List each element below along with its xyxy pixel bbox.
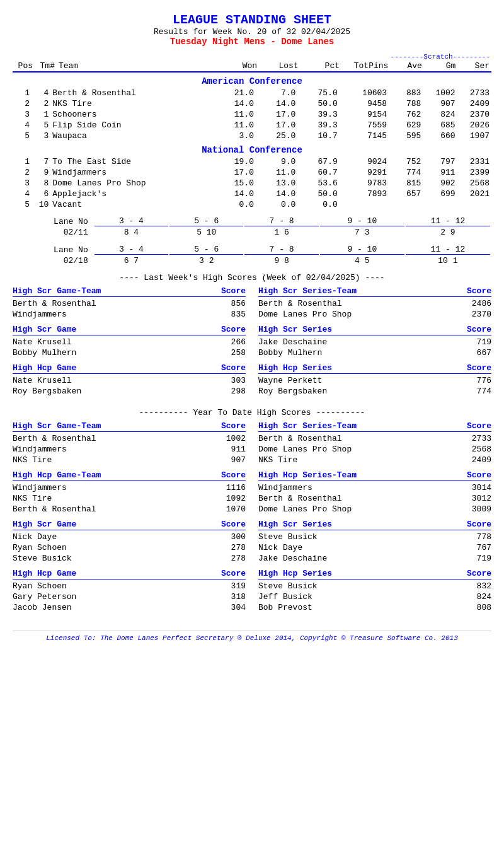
- player-score: 1116: [226, 483, 246, 492]
- pos-cell: 2: [13, 98, 32, 109]
- list-item: Berth & Rosenthal1070: [13, 504, 246, 515]
- score-category: High Hcp Game-TeamScoreWindjammers1116NK…: [13, 470, 246, 515]
- won-cell: 11.0: [210, 109, 256, 120]
- lost-cell: 7.0: [256, 88, 297, 98]
- ave-cell: 595: [389, 131, 423, 141]
- lane-val-2-1: 6 7: [94, 256, 168, 265]
- team-cell: Berth & Rosenthal: [50, 88, 210, 98]
- team-cell: Waupaca: [50, 131, 210, 141]
- score-category-title: High Hcp SeriesScore: [258, 363, 491, 374]
- player-score: 3012: [472, 494, 491, 503]
- ave-cell: 788: [389, 98, 423, 109]
- pct-cell: 10.7: [297, 131, 339, 141]
- col-pos: Pos: [13, 61, 35, 72]
- player-score: 319: [231, 581, 246, 591]
- lane-val-2-5: 10 1: [406, 256, 490, 265]
- pos-cell: 4: [13, 120, 32, 131]
- team-cell: Windjammers: [50, 167, 210, 178]
- score-category-title: High Hcp SeriesScore: [258, 569, 491, 579]
- gm-cell: 907: [423, 98, 457, 109]
- list-item: Nate Krusell266: [13, 337, 246, 347]
- table-row: 4 6 Applejack's 14.0 14.0 50.0 7893 657 …: [13, 189, 491, 199]
- player-name: Jake Deschaine: [258, 337, 327, 347]
- score-category: High Scr GameScoreNick Daye300Ryan Schoe…: [13, 520, 246, 564]
- ser-cell: 2399: [457, 167, 491, 178]
- ytd-scores-grid: High Scr Game-TeamScoreBerth & Rosenthal…: [13, 421, 491, 618]
- totpins-cell: 9154: [340, 109, 389, 120]
- col-pct: Pct: [301, 61, 341, 72]
- player-name: Wayne Perkett: [258, 376, 322, 385]
- player-name: Roy Bergsbaken: [13, 387, 81, 396]
- team-cell: Applejack's: [50, 189, 210, 199]
- player-name: NKS Tire: [13, 494, 52, 503]
- lane-section: Lane No 3 - 4 5 - 6 7 - 8 9 - 10 11 - 12…: [13, 215, 491, 267]
- gm-cell: 685: [423, 120, 457, 131]
- page-title: LEAGUE STANDING SHEET: [13, 13, 491, 27]
- player-name: Berth & Rosenthal: [258, 434, 342, 443]
- ave-cell: 657: [389, 189, 423, 199]
- list-item: NKS Tire2409: [258, 455, 491, 465]
- pos-cell: 3: [13, 109, 32, 120]
- column-headers: Pos Tm# Team Won Lost Pct TotPins Ave Gm…: [13, 61, 491, 72]
- player-name: Steve Busick: [258, 581, 318, 591]
- player-score: 278: [231, 543, 246, 552]
- won-cell: 0.0: [210, 199, 256, 210]
- list-item: NKS Tire907: [13, 455, 246, 465]
- won-cell: 14.0: [210, 98, 256, 109]
- player-name: Berth & Rosenthal: [13, 434, 96, 443]
- lane-label-2: Lane No: [14, 245, 93, 255]
- lane-spacer: [14, 238, 490, 243]
- gm-cell: 699: [423, 189, 457, 199]
- pct-cell: 60.7: [297, 167, 339, 178]
- player-name: Bobby Mulhern: [13, 348, 76, 358]
- player-score: 2486: [472, 299, 491, 308]
- tm-cell: 4: [32, 88, 50, 98]
- score-category-title: High Hcp Game-TeamScore: [13, 470, 246, 481]
- pos-cell: 5: [13, 131, 32, 141]
- list-item: Jake Deschaine719: [258, 553, 491, 564]
- lost-cell: 14.0: [256, 98, 297, 109]
- player-name: Nate Krusell: [13, 376, 72, 385]
- player-score: 824: [477, 592, 491, 602]
- table-row: 4 5 Flip Side Coin 11.0 17.0 39.3 7559 6…: [13, 120, 491, 131]
- list-item: Nick Daye767: [258, 542, 491, 553]
- score-category-title: High Scr Game-TeamScore: [13, 421, 246, 432]
- list-item: Roy Bergsbaken298: [13, 386, 246, 397]
- player-score: 774: [477, 387, 491, 396]
- lost-cell: 9.0: [256, 156, 297, 167]
- player-score: 266: [231, 337, 246, 347]
- team-cell: Flip Side Coin: [50, 120, 210, 131]
- team-cell: Schooners: [50, 109, 210, 120]
- score-category-title: High Scr Series-TeamScore: [258, 421, 491, 432]
- list-item: Windjammers911: [13, 444, 246, 455]
- totpins-cell: 9024: [340, 156, 389, 167]
- totpins-cell: [340, 199, 389, 210]
- score-category: High Scr Game-TeamScoreBerth & Rosenthal…: [13, 421, 246, 465]
- player-name: Ryan Schoen: [13, 543, 67, 552]
- player-score: 835: [231, 310, 246, 319]
- lane-pair-2-4: 9 - 10: [320, 245, 404, 255]
- player-score: 907: [231, 455, 246, 465]
- pos-cell: 2: [13, 167, 32, 178]
- player-name: NKS Tire: [13, 455, 52, 465]
- ser-cell: 2568: [457, 178, 491, 189]
- player-name: Nate Krusell: [13, 337, 72, 347]
- player-name: Gary Peterson: [13, 592, 76, 602]
- won-cell: 17.0: [210, 167, 256, 178]
- player-name: Dome Lanes Pro Shop: [258, 504, 352, 514]
- player-score: 1002: [226, 434, 246, 443]
- player-name: Jake Deschaine: [258, 554, 327, 563]
- tm-cell: 3: [32, 131, 50, 141]
- player-score: 298: [231, 387, 246, 396]
- player-name: Windjammers: [13, 310, 67, 319]
- list-item: NKS Tire1092: [13, 493, 246, 504]
- score-category: High Scr GameScoreNate Krusell266Bobby M…: [13, 325, 246, 358]
- player-score: 1070: [226, 504, 246, 514]
- col-lost: Lost: [259, 61, 300, 72]
- pos-cell: 1: [13, 88, 32, 98]
- lane-val-1-3: 1 6: [244, 228, 318, 237]
- tm-cell: 7: [32, 156, 50, 167]
- lane-val-1-2: 5 10: [169, 228, 243, 237]
- player-score: 778: [477, 532, 491, 542]
- national-conference-title: National Conference: [13, 145, 491, 155]
